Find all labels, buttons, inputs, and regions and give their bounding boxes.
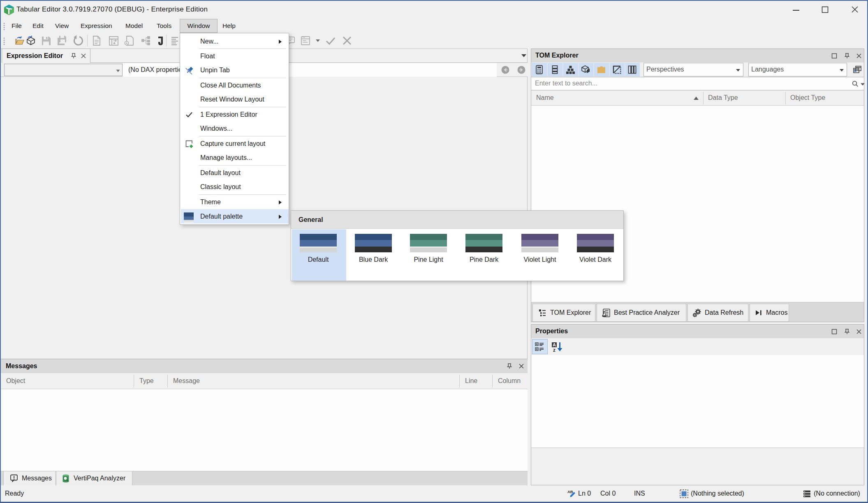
svg-text:AB: AB xyxy=(567,489,573,494)
svg-text:A: A xyxy=(553,342,556,347)
svg-text:z: z xyxy=(553,347,556,352)
